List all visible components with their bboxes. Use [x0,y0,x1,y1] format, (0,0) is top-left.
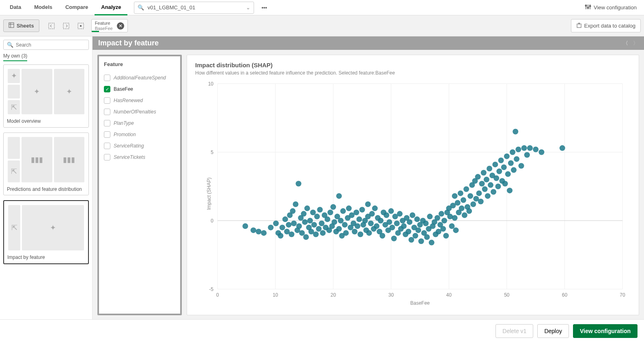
top-navbar: Data Models Compare Analyze 🔍 v01_LGBMC_… [0,0,644,15]
footer: Delete v1 Deploy View configuration [0,319,644,342]
tab-data[interactable]: Data [3,0,28,15]
svg-point-203 [521,145,527,151]
svg-rect-6 [9,23,14,28]
svg-point-133 [418,238,424,244]
search-icon: 🔍 [7,42,13,48]
feature-item-promotion[interactable]: Promotion [104,129,175,140]
svg-point-167 [466,208,472,214]
svg-point-36 [282,216,288,222]
clear-selection-icon[interactable] [77,22,85,30]
svg-point-109 [383,212,389,218]
export-icon: ⇱ [11,167,17,176]
view-configuration-link[interactable]: View configuration [581,1,641,14]
sidebar-search-input[interactable] [16,42,85,48]
svg-point-102 [374,223,379,229]
svg-point-79 [342,222,348,228]
puzzle-icon: ✦ [66,87,72,96]
svg-point-95 [365,201,371,207]
sidebar-search[interactable]: 🔍 [3,40,89,50]
svg-point-52 [304,205,310,211]
model-selector[interactable]: 🔍 v01_LGBMC_01_01 ⌄ [134,2,254,14]
svg-point-186 [493,175,499,181]
svg-point-87 [353,209,359,215]
svg-point-178 [482,186,488,192]
export-icon: ⇱ [11,223,17,232]
svg-text:70: 70 [620,292,625,298]
svg-text:-5: -5 [209,286,213,292]
export-data-button[interactable]: Export data to catalog [571,19,641,32]
toolbar: Sheets Feature BaseFee ✕ Export data to … [0,15,644,36]
tab-compare[interactable]: Compare [59,0,95,15]
svg-point-199 [513,129,518,135]
svg-point-90 [358,231,363,237]
chart-title: Impact distribution (SHAP) [195,62,631,68]
svg-text:30: 30 [388,292,394,298]
puzzle-icon: ✦ [34,87,40,96]
svg-point-204 [524,152,530,158]
svg-point-74 [336,193,342,199]
feature-item-basefee[interactable]: BaseFee [104,83,175,95]
svg-point-112 [388,208,394,214]
svg-point-88 [355,223,360,229]
next-sheet-arrow-icon[interactable]: 〉 [633,40,638,47]
svg-point-42 [291,220,297,226]
svg-text:5: 5 [211,150,213,155]
nav-tabs: Data Models Compare Analyze [3,0,127,15]
svg-point-58 [313,231,319,237]
step-forward-selection-icon[interactable] [62,22,70,30]
svg-point-82 [346,205,352,211]
svg-point-140 [429,240,435,246]
chart-area[interactable]: 010203040506070-50510BaseFee Impact (SHA… [195,79,631,308]
tab-analyze[interactable]: Analyze [95,0,127,15]
svg-point-48 [299,230,305,236]
filter-chip-feature[interactable]: Feature BaseFee ✕ [91,19,128,32]
feature-item-plantype[interactable]: PlanType [104,118,175,129]
content-panel: Impact by feature 〈 〉 Feature Additional… [93,36,644,319]
svg-point-188 [496,169,502,174]
feature-item-servicerating[interactable]: ServiceRating [104,140,175,152]
step-back-selection-icon[interactable] [47,22,56,30]
view-configuration-button[interactable]: View configuration [573,324,638,338]
feature-item-servicetickets[interactable]: ServiceTickets [104,152,175,163]
svg-point-147 [439,211,444,217]
feature-item-additionalfeaturespend[interactable]: AdditionalFeatureSpend [104,72,175,83]
svg-point-195 [507,188,513,193]
svg-point-158 [453,227,459,233]
svg-point-126 [409,237,414,243]
svg-point-194 [505,171,511,177]
more-menu-button[interactable]: ••• [257,2,271,13]
svg-point-86 [352,229,358,235]
filter-chip-value: BaseFee [95,26,113,31]
filter-chip-close-icon[interactable]: ✕ [117,22,124,30]
shap-scatter-plot: 010203040506070-50510BaseFee [195,79,631,308]
sheet-thumb-predictions[interactable]: ⇱ ▮▮▮ ▮▮▮ Predictions and feature distri… [3,133,89,196]
tab-models[interactable]: Models [28,0,59,15]
selection-tools [47,22,85,30]
feature-panel-title: Feature [104,61,175,67]
sheet-thumb-model-overview[interactable]: ✦ ⇱ ✦ ✦ Model overview [3,64,89,128]
svg-point-75 [336,226,342,232]
svg-point-185 [492,162,498,167]
svg-point-174 [476,190,482,196]
prev-sheet-arrow-icon[interactable]: 〈 [623,40,628,47]
svg-point-136 [423,220,429,226]
svg-point-31 [268,224,274,230]
checkbox-icon [104,131,110,138]
feature-item-hasrenewed[interactable]: HasRenewed [104,95,175,106]
svg-point-54 [307,218,313,224]
sidebar-section-label: My own (3) [3,53,27,61]
export-data-label: Export data to catalog [584,23,635,29]
sheet-thumb-impact-by-feature[interactable]: ⇱ ✦ Impact by feature [3,200,89,264]
svg-point-197 [510,150,515,155]
svg-point-206 [533,147,538,152]
checkbox-icon [104,109,110,115]
sidebar: 🔍 My own (3) ✦ ⇱ ✦ ✦ Model overview [0,36,93,319]
svg-point-193 [504,154,510,159]
deploy-button[interactable]: Deploy [537,324,569,338]
delete-version-button[interactable]: Delete v1 [495,324,533,338]
sheets-button[interactable]: Sheets [3,19,39,32]
svg-point-192 [502,181,508,186]
svg-point-164 [462,212,467,218]
feature-label: HasRenewed [114,98,143,103]
feature-item-numberofpenalties[interactable]: NumberOfPenalties [104,106,175,118]
